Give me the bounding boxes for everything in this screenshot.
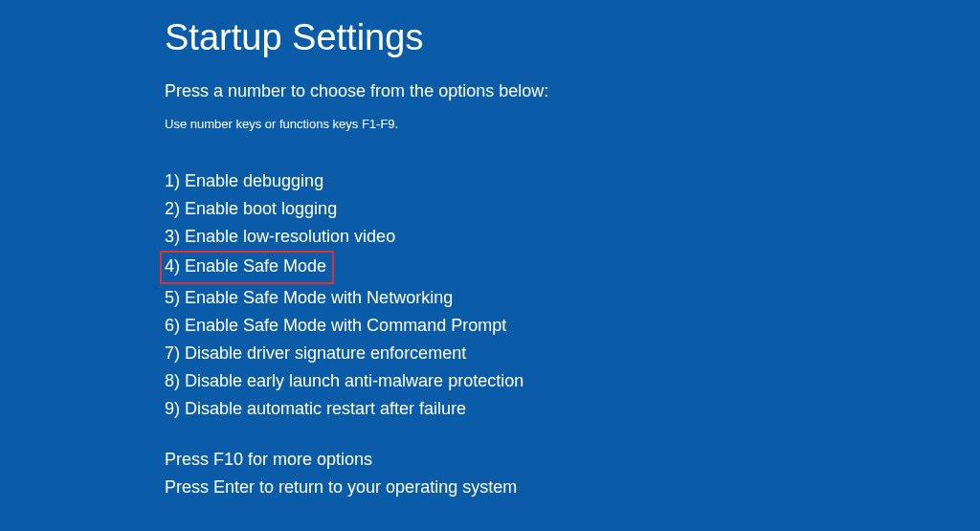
option-2-enable-boot-logging[interactable]: 2) Enable boot logging	[165, 195, 337, 223]
startup-settings-screen: Startup Settings Press a number to choos…	[0, 0, 980, 501]
option-5-enable-safe-mode-networking[interactable]: 5) Enable Safe Mode with Networking	[165, 284, 453, 312]
option-6-enable-safe-mode-command-prompt[interactable]: 6) Enable Safe Mode with Command Prompt	[165, 312, 506, 340]
hint-text: Use number keys or functions keys F1-F9.	[165, 117, 980, 131]
page-title: Startup Settings	[165, 17, 980, 58]
option-3-enable-low-resolution-video[interactable]: 3) Enable low-resolution video	[165, 223, 395, 251]
footer-return: Press Enter to return to your operating …	[165, 474, 980, 501]
option-4-enable-safe-mode[interactable]: 4) Enable Safe Mode	[160, 251, 334, 283]
option-1-enable-debugging[interactable]: 1) Enable debugging	[165, 167, 323, 195]
instruction-text: Press a number to choose from the option…	[165, 81, 980, 101]
footer-more-options: Press F10 for more options	[165, 446, 980, 474]
option-8-disable-anti-malware[interactable]: 8) Disable early launch anti-malware pro…	[165, 367, 523, 395]
option-7-disable-driver-signature[interactable]: 7) Disable driver signature enforcement	[165, 340, 466, 367]
option-9-disable-automatic-restart[interactable]: 9) Disable automatic restart after failu…	[165, 395, 466, 423]
options-list: 1) Enable debugging 2) Enable boot loggi…	[165, 167, 980, 423]
